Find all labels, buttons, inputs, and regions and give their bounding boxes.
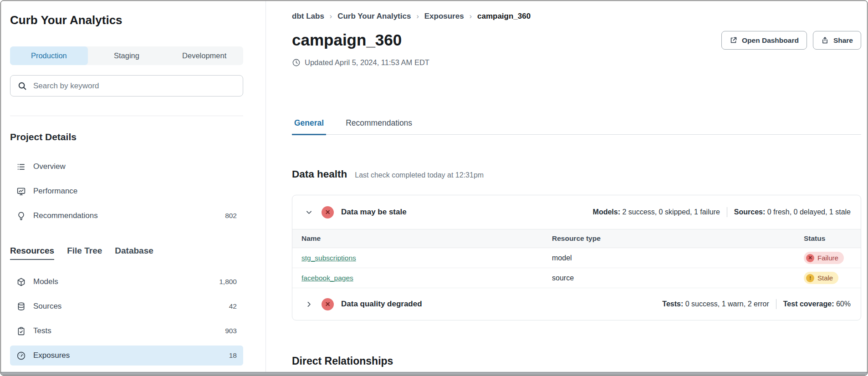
- failure-x-icon: ✕: [806, 254, 814, 262]
- data-health-card: ✕ Data may be stale Models: 2 success, 0…: [292, 195, 861, 320]
- sidebar-item-overview[interactable]: Overview: [10, 157, 243, 177]
- stat-divider: [727, 207, 727, 217]
- item-count: 1,800: [219, 278, 237, 286]
- direct-relationships-heading: Direct Relationships: [292, 355, 861, 367]
- detail-tabs: General Recommendations: [292, 118, 861, 135]
- sidebar-item-exposures[interactable]: Exposures 18: [10, 346, 243, 366]
- error-status-icon: ✕: [322, 206, 334, 218]
- share-label: Share: [833, 36, 853, 45]
- cube-icon: [16, 277, 26, 287]
- chevron-right-icon: ›: [416, 12, 419, 20]
- stat-divider: [776, 299, 776, 309]
- env-tab-development[interactable]: Development: [165, 46, 243, 65]
- status-badge-label: Stale: [817, 274, 833, 282]
- sidebar-item-models[interactable]: Models 1,800: [10, 272, 243, 292]
- sidebar-item-label: Performance: [33, 187, 77, 196]
- chevron-down-icon[interactable]: [302, 206, 315, 218]
- test-coverage-stat: Test coverage: 60%: [783, 300, 851, 308]
- stale-group-stats: Models: 2 success, 0 skipped, 1 failure …: [593, 207, 851, 217]
- data-health-heading: Data health: [292, 168, 347, 180]
- chevron-right-icon[interactable]: [302, 298, 315, 310]
- tests-stat: Tests: 0 success, 1 warn, 2 error: [662, 300, 769, 308]
- resource-link-stg-subscriptions[interactable]: stg_subscriptions: [301, 254, 356, 262]
- list-icon: [16, 162, 26, 172]
- sidebar-item-sources[interactable]: Sources 42: [10, 296, 243, 316]
- item-count: 802: [225, 212, 237, 220]
- breadcrumb-item-exposures[interactable]: Exposures: [424, 12, 464, 21]
- item-count: 903: [225, 327, 237, 335]
- monitor-chart-icon: [16, 187, 26, 196]
- quality-group-header[interactable]: ✕ Data quality degraded Tests: 0 success…: [292, 288, 861, 320]
- column-header-status: Status: [804, 234, 861, 243]
- sources-stat: Sources: 0 fresh, 0 delayed, 1 stale: [734, 208, 851, 216]
- environment-switcher: Production Staging Development: [10, 46, 243, 65]
- resource-link-facebook-pages[interactable]: facebook_pages: [301, 274, 353, 282]
- sidebar-item-recommendations[interactable]: Recommendations 802: [10, 206, 243, 226]
- lightbulb-icon: [16, 211, 26, 221]
- models-stat: Models: 2 success, 0 skipped, 1 failure: [593, 208, 720, 216]
- browser-window: Curb Your Analytics Production Staging D…: [0, 0, 868, 376]
- item-count: 18: [229, 351, 237, 360]
- sidebar-item-label: Recommendations: [33, 211, 98, 220]
- sidebar-item-label: Sources: [33, 302, 61, 311]
- quality-group-title: Data quality degraded: [341, 300, 422, 309]
- search-input[interactable]: [32, 81, 236, 91]
- error-status-icon: ✕: [322, 298, 334, 310]
- open-dashboard-button[interactable]: Open Dashboard: [721, 31, 807, 50]
- resources-nav: Models 1,800 Sources 42 Tests 903: [10, 272, 243, 366]
- quality-group-stats: Tests: 0 success, 1 warn, 2 error Test c…: [662, 299, 851, 309]
- resource-type-cell: model: [552, 254, 804, 262]
- project-title: Curb Your Analytics: [10, 13, 243, 27]
- table-row: stg_subscriptions model ✕ Failure: [292, 248, 861, 268]
- main-content: dbt Labs › Curb Your Analytics › Exposur…: [266, 1, 867, 372]
- breadcrumb-item-current: campaign_360: [477, 12, 531, 21]
- gauge-icon: [16, 351, 26, 361]
- search-icon: [17, 81, 27, 91]
- updated-text: Updated April 5, 2024, 11:53 AM EDT: [305, 58, 429, 67]
- database-icon: [16, 302, 26, 311]
- external-link-icon: [730, 36, 737, 44]
- clock-icon: [292, 58, 301, 67]
- column-header-resource-type: Resource type: [552, 234, 804, 243]
- sidebar-item-performance[interactable]: Performance: [10, 181, 243, 201]
- open-dashboard-label: Open Dashboard: [742, 36, 799, 45]
- status-badge-stale: ! Stale: [804, 272, 838, 284]
- sidebar-divider: [10, 116, 243, 116]
- share-icon: [821, 36, 829, 44]
- sidebar-item-label: Exposures: [33, 351, 70, 360]
- health-table-header: Name Resource type Status: [292, 229, 861, 248]
- search-box[interactable]: [10, 75, 243, 97]
- tab-resources[interactable]: Resources: [10, 246, 54, 260]
- project-details-nav: Overview Performance Recommendations 802: [10, 157, 243, 226]
- clipboard-check-icon: [16, 326, 26, 336]
- last-check-text: Last check completed today at 12:31pm: [355, 171, 484, 179]
- sidebar-item-label: Tests: [33, 326, 51, 335]
- sidebar-item-label: Models: [33, 277, 58, 286]
- column-header-name: Name: [301, 234, 552, 243]
- item-count: 42: [229, 302, 237, 310]
- sidebar-item-tests[interactable]: Tests 903: [10, 321, 243, 341]
- env-tab-staging[interactable]: Staging: [88, 46, 166, 65]
- tab-file-tree[interactable]: File Tree: [67, 246, 102, 260]
- env-tab-production[interactable]: Production: [10, 46, 88, 65]
- stale-group-title: Data may be stale: [341, 208, 407, 217]
- tab-general[interactable]: General: [292, 118, 326, 135]
- resource-view-tabs: Resources File Tree Database: [10, 246, 243, 260]
- status-badge-failure: ✕ Failure: [804, 252, 844, 264]
- share-button[interactable]: Share: [813, 31, 861, 50]
- stale-group-header[interactable]: ✕ Data may be stale Models: 2 success, 0…: [292, 195, 861, 229]
- stale-warning-icon: !: [806, 274, 814, 282]
- tab-database[interactable]: Database: [115, 246, 153, 260]
- breadcrumb-item-dbt-labs[interactable]: dbt Labs: [292, 12, 324, 21]
- explorer-sidebar: Curb Your Analytics Production Staging D…: [1, 1, 266, 372]
- chevron-right-icon: ›: [330, 12, 332, 20]
- chevron-right-icon: ›: [470, 12, 472, 20]
- breadcrumb-item-project[interactable]: Curb Your Analytics: [337, 12, 411, 21]
- window-bottom-edge: [1, 372, 867, 375]
- status-badge-label: Failure: [817, 254, 838, 262]
- sidebar-item-label: Overview: [33, 162, 66, 171]
- table-row: facebook_pages source ! Stale: [292, 268, 861, 288]
- tab-recommendations[interactable]: Recommendations: [343, 118, 414, 135]
- updated-timestamp: Updated April 5, 2024, 11:53 AM EDT: [292, 57, 861, 67]
- resource-type-cell: source: [552, 274, 804, 282]
